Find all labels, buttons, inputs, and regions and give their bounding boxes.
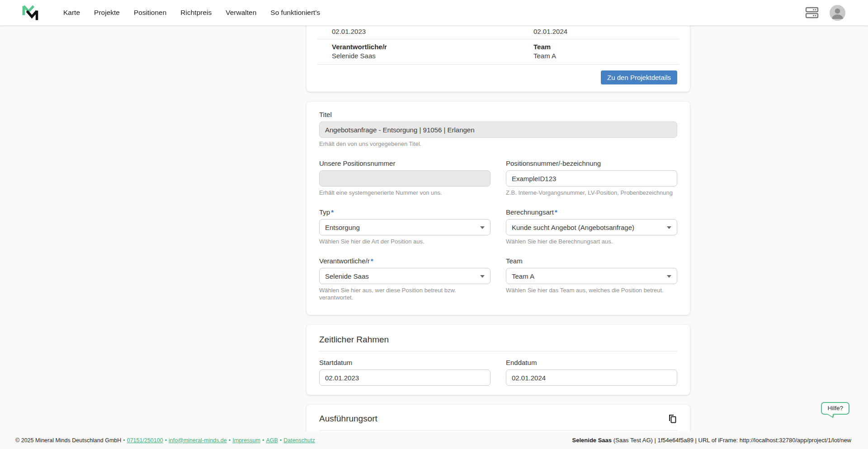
footer-link-email[interactable]: info@mineral-minds.de bbox=[169, 437, 227, 444]
separator-dot: • bbox=[280, 437, 282, 444]
footer-link-phone[interactable]: 07151/250100 bbox=[127, 437, 163, 444]
chevron-down-icon bbox=[667, 275, 671, 278]
team-value: Team A bbox=[533, 51, 679, 60]
main-nav: Karte Projekte Positionen Richtpreis Ver… bbox=[62, 6, 321, 19]
nav-item-projekte[interactable]: Projekte bbox=[93, 6, 121, 19]
project-end-date: 02.01.2024 bbox=[519, 27, 679, 36]
team-select-label: Team bbox=[506, 257, 677, 265]
divider bbox=[319, 351, 677, 351]
unsere-positionsnummer-hint: Erhält eine systemgenerierte Nummer von … bbox=[319, 189, 491, 196]
required-asterisk: * bbox=[555, 208, 557, 216]
nav-item-karte[interactable]: Karte bbox=[62, 6, 81, 19]
responsible-label: Verantwortliche/r bbox=[332, 42, 519, 51]
typ-select-value: Entsorgung bbox=[325, 224, 360, 231]
footer-session-info: Selenide Saas (Saas Test AG) | 1f54e64f5… bbox=[572, 437, 851, 444]
separator-dot: • bbox=[165, 437, 167, 444]
unsere-positionsnummer-input bbox=[319, 170, 491, 187]
footer-left: © 2025 Mineral Minds Deutschland GmbH•07… bbox=[15, 437, 315, 444]
team-hint: Wählen Sie hier das Team aus, welches di… bbox=[506, 287, 677, 294]
logo-icon bbox=[20, 3, 39, 22]
help-button-label: Hilfe? bbox=[827, 405, 843, 412]
nav-item-richtpreis[interactable]: Richtpreis bbox=[179, 6, 212, 19]
separator-dot: • bbox=[262, 437, 264, 444]
enddatum-input[interactable] bbox=[506, 369, 677, 386]
required-asterisk: * bbox=[371, 257, 373, 265]
zeitrahmen-card: Zeitlicher Rahmen Startdatum Enddatum bbox=[307, 325, 690, 395]
footer-user-name: Selenide Saas bbox=[572, 437, 612, 444]
berechnungsart-select-value: Kunde sucht Angebot (Angebotsanfrage) bbox=[512, 224, 634, 231]
verantwortliche-hint: Wählen Sie hier aus, wer diese Position … bbox=[319, 287, 491, 301]
user-avatar-icon[interactable] bbox=[830, 5, 845, 21]
enddatum-label: Enddatum bbox=[506, 359, 677, 366]
verantwortliche-label: Verantwortliche/r* bbox=[319, 257, 491, 265]
positionsbezeichnung-label: Positionsnummer/-bezeichnung bbox=[506, 159, 677, 167]
chevron-down-icon bbox=[480, 275, 485, 278]
separator-dot: • bbox=[229, 437, 231, 444]
content-column: 02.01.2023 02.01.2024 Verantwortliche/r … bbox=[307, 25, 690, 449]
nav-item-positionen[interactable]: Positionen bbox=[133, 6, 167, 19]
chevron-down-icon bbox=[667, 226, 671, 229]
zeitrahmen-heading: Zeitlicher Rahmen bbox=[319, 335, 677, 345]
berechnungsart-hint: Wählen Sie hier die Berechnungsart aus. bbox=[506, 238, 677, 245]
verantwortliche-select[interactable]: Selenide Saas bbox=[319, 268, 491, 284]
team-label: Team bbox=[533, 42, 679, 51]
team-select-value: Team A bbox=[512, 272, 534, 280]
position-form-card: Titel Erhält den von uns vorgegebenen Ti… bbox=[307, 102, 690, 315]
team-select[interactable]: Team A bbox=[506, 268, 677, 284]
nav-item-so-funktionierts[interactable]: So funktioniert's bbox=[269, 6, 321, 19]
positionsbezeichnung-hint: Z.B. Interne-Vorgangsnummer, LV-Position… bbox=[506, 189, 677, 196]
help-bubble-tail bbox=[827, 411, 835, 418]
chevron-down-icon bbox=[480, 226, 485, 229]
footer-link-impressum[interactable]: Impressum bbox=[232, 437, 260, 444]
nav-item-verwalten[interactable]: Verwalten bbox=[225, 6, 257, 19]
titel-hint: Erhält den von uns vorgegebenen Titel. bbox=[319, 140, 677, 148]
typ-select[interactable]: Entsorgung bbox=[319, 219, 491, 235]
verantwortliche-select-value: Selenide Saas bbox=[325, 272, 369, 280]
titel-label: Titel bbox=[319, 111, 677, 118]
positionsbezeichnung-input[interactable] bbox=[506, 170, 677, 187]
ausfuehrungsort-heading: Ausführungsort bbox=[319, 414, 377, 424]
separator-dot: • bbox=[123, 437, 125, 444]
berechnungsart-select[interactable]: Kunde sucht Angebot (Angebotsanfrage) bbox=[506, 219, 677, 235]
copyright-text: © 2025 Mineral Minds Deutschland GmbH bbox=[15, 437, 121, 444]
titel-input bbox=[319, 122, 677, 138]
startdatum-label: Startdatum bbox=[319, 359, 491, 366]
unsere-positionsnummer-label: Unsere Positionsnummer bbox=[319, 159, 491, 167]
responsible-value: Selenide Saas bbox=[332, 51, 519, 60]
help-button[interactable]: Hilfe? bbox=[821, 402, 849, 415]
mineral-minds-logo[interactable] bbox=[20, 3, 40, 23]
typ-label: Typ* bbox=[319, 208, 491, 216]
project-start-date: 02.01.2023 bbox=[317, 27, 519, 36]
copy-icon[interactable] bbox=[668, 414, 677, 424]
startdatum-input[interactable] bbox=[319, 369, 491, 386]
top-navbar: Karte Projekte Positionen Richtpreis Ver… bbox=[0, 0, 868, 25]
berechnungsart-label: Berechnungsart* bbox=[506, 208, 677, 216]
required-asterisk: * bbox=[331, 208, 334, 216]
divider bbox=[319, 430, 677, 430]
footer-user-suffix: (Saas Test AG) | 1f54e64f5a89 | URL of i… bbox=[612, 437, 851, 444]
project-details-button[interactable]: Zu den Projektdetails bbox=[601, 70, 677, 84]
server-icon[interactable] bbox=[805, 6, 819, 19]
footer-link-datenschutz[interactable]: Datenschutz bbox=[283, 437, 315, 444]
footer-link-agb[interactable]: AGB bbox=[266, 437, 278, 444]
footer: © 2025 Mineral Minds Deutschland GmbH•07… bbox=[0, 431, 868, 449]
project-summary-card: 02.01.2023 02.01.2024 Verantwortliche/r … bbox=[307, 25, 690, 92]
typ-hint: Wählen Sie hier die Art der Position aus… bbox=[319, 238, 491, 245]
